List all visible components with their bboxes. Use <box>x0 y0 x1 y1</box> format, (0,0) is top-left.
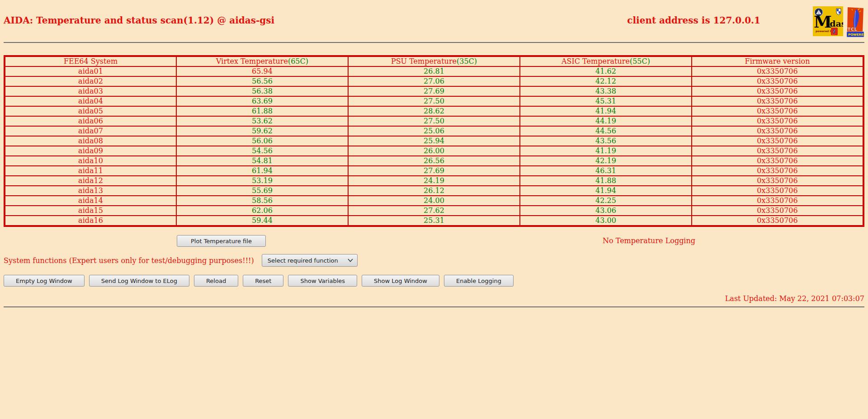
system-cell: aida14 <box>5 196 176 206</box>
psu-cell: 25.06 <box>348 126 520 136</box>
fee64-table-body: aida0165.9426.8141.620x3350706aida0256.5… <box>5 66 863 226</box>
psu-cell: 27.50 <box>348 116 520 126</box>
virtex-cell: 56.06 <box>176 136 348 146</box>
svg-text:POWERED: POWERED <box>848 33 864 37</box>
svg-text:powered by: powered by <box>816 29 834 33</box>
empty-log-window-button[interactable]: Empty Log Window <box>4 275 85 287</box>
system-functions-row: System functions (Expert users only for … <box>4 254 864 267</box>
table-row: aida0463.6927.5045.310x3350706 <box>5 96 863 106</box>
virtex-cell: 56.38 <box>176 86 348 96</box>
firmware-cell: 0x3350706 <box>692 146 863 156</box>
enable-logging-button[interactable]: Enable Logging <box>444 275 514 287</box>
function-select[interactable]: Select required function <box>262 254 358 267</box>
firmware-cell: 0x3350706 <box>692 126 863 136</box>
psu-cell: 25.31 <box>348 216 520 226</box>
header-label: PSU Temperature <box>391 57 457 66</box>
asic-cell: 41.94 <box>520 186 692 196</box>
asic-cell: 41.88 <box>520 176 692 186</box>
header-label: FEE64 System <box>64 57 118 66</box>
column-header: FEE64 System <box>5 56 176 66</box>
virtex-cell: 56.56 <box>176 76 348 86</box>
header-threshold: (55C) <box>630 57 650 66</box>
asic-cell: 42.19 <box>520 156 692 166</box>
firmware-cell: 0x3350706 <box>692 106 863 116</box>
system-cell: aida12 <box>5 176 176 186</box>
firmware-cell: 0x3350706 <box>692 116 863 126</box>
system-cell: aida13 <box>5 186 176 196</box>
plot-row: Plot Temperature file No Temperature Log… <box>4 235 864 247</box>
header-label: ASIC Temperature <box>561 57 630 66</box>
column-header: PSU Temperature(35C) <box>348 56 520 66</box>
virtex-cell: 54.56 <box>176 146 348 156</box>
system-cell: aida07 <box>5 126 176 136</box>
psu-cell: 25.94 <box>348 136 520 146</box>
firmware-cell: 0x3350706 <box>692 166 863 176</box>
system-functions-label: System functions (Expert users only for … <box>4 256 254 265</box>
firmware-cell: 0x3350706 <box>692 86 863 96</box>
system-cell: aida09 <box>5 146 176 156</box>
psu-cell: 24.19 <box>348 176 520 186</box>
firmware-cell: 0x3350706 <box>692 76 863 86</box>
table-row: aida0165.9426.8141.620x3350706 <box>5 66 863 76</box>
function-select-wrap: Select required function <box>262 254 358 267</box>
client-address: client address is 127.0.0.1 <box>627 15 760 26</box>
table-row: aida0653.6227.5044.190x3350706 <box>5 116 863 126</box>
asic-cell: 44.56 <box>520 126 692 136</box>
table-row: aida0561.8828.6241.940x3350706 <box>5 106 863 116</box>
reset-button[interactable]: Reset <box>243 275 283 287</box>
system-cell: aida10 <box>5 156 176 166</box>
table-row: aida1659.4425.3143.000x3350706 <box>5 216 863 226</box>
psu-cell: 27.06 <box>348 76 520 86</box>
psu-cell: 26.12 <box>348 186 520 196</box>
footer-divider <box>4 306 864 307</box>
system-cell: aida05 <box>5 106 176 116</box>
virtex-cell: 54.81 <box>176 156 348 166</box>
column-header: Firmware version <box>692 56 863 66</box>
page-title: AIDA: Temperature and status scan(1.12) … <box>4 15 274 26</box>
psu-cell: 24.00 <box>348 196 520 206</box>
column-header: ASIC Temperature(55C) <box>520 56 692 66</box>
firmware-cell: 0x3350706 <box>692 156 863 166</box>
header-label: Firmware version <box>745 57 810 66</box>
last-updated: Last Updated: May 22, 2021 07:03:07 <box>4 294 864 303</box>
virtex-cell: 63.69 <box>176 96 348 106</box>
table-row: aida0856.0625.9443.560x3350706 <box>5 136 863 146</box>
system-cell: aida16 <box>5 216 176 226</box>
midas-logo-icon: M idas powered by t c l <box>813 6 843 36</box>
header-label: Virtex Temperature <box>216 57 288 66</box>
system-cell: aida01 <box>5 66 176 76</box>
asic-cell: 43.06 <box>520 206 692 216</box>
psu-cell: 26.56 <box>348 156 520 166</box>
psu-cell: 26.00 <box>348 146 520 156</box>
system-cell: aida02 <box>5 76 176 86</box>
asic-cell: 43.00 <box>520 216 692 226</box>
send-log-window-to-elog-button[interactable]: Send Log Window to ELog <box>89 275 189 287</box>
firmware-cell: 0x3350706 <box>692 96 863 106</box>
table-row: aida0356.3827.6943.380x3350706 <box>5 86 863 96</box>
virtex-cell: 53.62 <box>176 116 348 126</box>
virtex-cell: 59.62 <box>176 126 348 136</box>
table-row: aida0759.6225.0644.560x3350706 <box>5 126 863 136</box>
show-log-window-button[interactable]: Show Log Window <box>362 275 439 287</box>
psu-cell: 27.69 <box>348 166 520 176</box>
virtex-cell: 65.94 <box>176 66 348 76</box>
header-threshold: (35C) <box>457 57 477 66</box>
firmware-cell: 0x3350706 <box>692 206 863 216</box>
header-divider <box>4 42 864 43</box>
psu-cell: 26.81 <box>348 66 520 76</box>
system-cell: aida15 <box>5 206 176 216</box>
virtex-cell: 61.94 <box>176 166 348 176</box>
system-cell: aida03 <box>5 86 176 96</box>
show-variables-button[interactable]: Show Variables <box>288 275 357 287</box>
virtex-cell: 55.69 <box>176 186 348 196</box>
system-cell: aida11 <box>5 166 176 176</box>
table-row: aida1253.1924.1941.880x3350706 <box>5 176 863 186</box>
table-row: aida1355.6926.1241.940x3350706 <box>5 186 863 196</box>
psu-cell: 27.69 <box>348 86 520 96</box>
psu-cell: 28.62 <box>348 106 520 116</box>
asic-cell: 43.56 <box>520 136 692 146</box>
virtex-cell: 58.56 <box>176 196 348 206</box>
plot-temperature-file-button[interactable]: Plot Temperature file <box>177 235 266 247</box>
firmware-cell: 0x3350706 <box>692 176 863 186</box>
reload-button[interactable]: Reload <box>194 275 238 287</box>
